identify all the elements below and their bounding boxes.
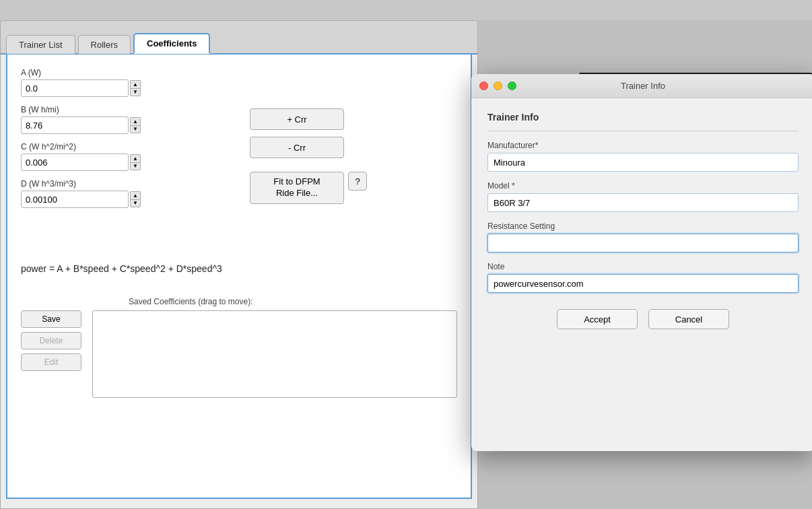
field-b-stepper[interactable]: ▲ ▼ bbox=[130, 117, 141, 133]
coefficients-content: A (W) ▲ ▼ B (W h/mi) ▲ ▼ C (W h^2/ bbox=[6, 55, 472, 499]
close-button[interactable] bbox=[479, 81, 488, 90]
cancel-button[interactable]: Cancel bbox=[648, 309, 729, 329]
edit-button[interactable]: Edit bbox=[21, 353, 81, 371]
tab-trainer-list[interactable]: Trainer List bbox=[6, 35, 75, 54]
model-field: Model * bbox=[487, 181, 799, 212]
field-a-decrement[interactable]: ▼ bbox=[130, 88, 141, 96]
field-c-row: ▲ ▼ bbox=[21, 154, 457, 171]
fit-row: Fit to DFPMRide File... ? bbox=[250, 172, 367, 204]
field-b-decrement[interactable]: ▼ bbox=[130, 125, 141, 133]
field-c-increment[interactable]: ▲ bbox=[130, 154, 141, 162]
field-d-decrement[interactable]: ▼ bbox=[130, 199, 141, 207]
model-input[interactable] bbox=[487, 193, 799, 212]
field-d-row: ▲ ▼ bbox=[21, 191, 457, 208]
formula-text: power = A + B*speed + C*speed^2 + D*spee… bbox=[21, 263, 222, 274]
field-a-increment[interactable]: ▲ bbox=[130, 80, 141, 88]
saved-coefficients-list[interactable] bbox=[92, 310, 457, 398]
trainer-dialog: Trainer Info Trainer Info Manufacturer* … bbox=[471, 74, 812, 451]
traffic-lights bbox=[479, 81, 516, 90]
subtract-crr-button[interactable]: - Crr bbox=[250, 137, 344, 158]
dialog-content: Trainer Info Manufacturer* Model * Resis… bbox=[471, 98, 812, 343]
manufacturer-field: Manufacturer* bbox=[487, 141, 799, 172]
field-a-group: A (W) ▲ ▼ bbox=[21, 68, 457, 97]
model-label: Model * bbox=[487, 181, 799, 191]
accept-button[interactable]: Accept bbox=[557, 309, 638, 329]
resistance-label: Resistance Setting bbox=[487, 222, 799, 231]
field-c-label: C (W h^2/mi^2) bbox=[21, 142, 457, 151]
field-b-group: B (W h/mi) ▲ ▼ bbox=[21, 105, 457, 134]
field-c-stepper[interactable]: ▲ ▼ bbox=[130, 154, 141, 170]
field-b-input[interactable] bbox=[21, 116, 129, 134]
field-c-input[interactable] bbox=[21, 154, 129, 171]
field-d-label: D (W h^3/mi^3) bbox=[21, 179, 457, 189]
main-panel: Trainer List Rollers Coefficients A (W) … bbox=[0, 20, 478, 509]
field-d-increment[interactable]: ▲ bbox=[130, 191, 141, 199]
field-c-decrement[interactable]: ▼ bbox=[130, 162, 141, 170]
tab-bar: Trainer List Rollers Coefficients bbox=[1, 21, 477, 55]
minimize-button[interactable] bbox=[494, 81, 502, 90]
maximize-button[interactable] bbox=[508, 81, 516, 90]
tab-rollers[interactable]: Rollers bbox=[78, 35, 131, 54]
tab-coefficients[interactable]: Coefficients bbox=[133, 33, 210, 54]
saved-label: Saved Coefficients (drag to move): bbox=[129, 297, 457, 306]
note-field: Note bbox=[487, 262, 799, 293]
manufacturer-input[interactable] bbox=[487, 153, 799, 172]
saved-section: Saved Coefficients (drag to move): Save … bbox=[21, 297, 457, 398]
field-d-stepper[interactable]: ▲ ▼ bbox=[130, 191, 141, 207]
dialog-buttons: Accept Cancel bbox=[487, 309, 799, 329]
dialog-title: Trainer Info bbox=[621, 81, 665, 91]
resistance-input[interactable] bbox=[487, 234, 799, 252]
field-b-increment[interactable]: ▲ bbox=[130, 117, 141, 125]
top-bar bbox=[0, 0, 812, 20]
field-c-group: C (W h^2/mi^2) ▲ ▼ bbox=[21, 142, 457, 171]
field-b-row: ▲ ▼ bbox=[21, 116, 457, 134]
dialog-section-title: Trainer Info bbox=[487, 112, 799, 123]
right-buttons: + Crr - Crr Fit to DFPMRide File... ? bbox=[250, 108, 367, 204]
manufacturer-label: Manufacturer* bbox=[487, 141, 799, 150]
field-b-label: B (W h/mi) bbox=[21, 105, 457, 114]
dialog-titlebar: Trainer Info bbox=[471, 74, 812, 98]
field-a-input[interactable] bbox=[21, 79, 129, 97]
save-button[interactable]: Save bbox=[21, 310, 81, 328]
fit-dfpm-button[interactable]: Fit to DFPMRide File... bbox=[250, 172, 344, 204]
field-a-row: ▲ ▼ bbox=[21, 79, 457, 97]
field-d-group: D (W h^3/mi^3) ▲ ▼ bbox=[21, 179, 457, 208]
save-buttons-group: Save Delete Edit bbox=[21, 310, 81, 398]
field-a-label: A (W) bbox=[21, 68, 457, 77]
note-input[interactable] bbox=[487, 274, 799, 293]
saved-row: Save Delete Edit bbox=[21, 310, 457, 398]
dialog-divider bbox=[487, 131, 799, 131]
delete-button[interactable]: Delete bbox=[21, 332, 81, 349]
add-crr-button[interactable]: + Crr bbox=[250, 108, 344, 130]
resistance-field: Resistance Setting bbox=[487, 222, 799, 252]
field-d-input[interactable] bbox=[21, 191, 129, 208]
note-label: Note bbox=[487, 262, 799, 271]
field-a-stepper[interactable]: ▲ ▼ bbox=[130, 80, 141, 96]
help-button[interactable]: ? bbox=[348, 172, 367, 191]
